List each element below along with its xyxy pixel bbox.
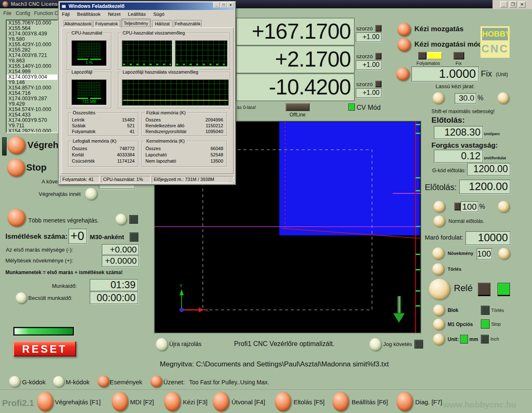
spindle-increment-button[interactable] [432, 247, 444, 259]
job-progress-bar [13, 327, 74, 336]
redraw-button[interactable] [156, 338, 167, 351]
unit-mm-led[interactable] [460, 335, 468, 344]
app-close-button[interactable]: ✕ [518, 1, 526, 8]
tm-resize-grip[interactable] [229, 178, 234, 183]
spindle-rpm-value[interactable]: 10000 [466, 231, 510, 245]
menu-config[interactable]: Config [16, 10, 30, 16]
screen-manual-button[interactable] [164, 392, 180, 411]
screen-diag-button[interactable] [397, 392, 413, 411]
events-button[interactable] [98, 376, 109, 387]
message-button[interactable] [150, 376, 162, 387]
screen-run-button[interactable] [37, 392, 53, 411]
gcodes-button[interactable] [9, 376, 20, 387]
m30-label: M30-anként [90, 233, 124, 240]
block-delete-led[interactable] [481, 306, 490, 315]
relay-button[interactable] [429, 279, 450, 299]
relay-led-on [498, 283, 510, 296]
tm-group-kernel: Kernelmemória (K) Összes66048 Lapozható5… [142, 141, 227, 167]
job-progress-fill [15, 328, 73, 334]
dro-y[interactable]: +2.1700 [236, 46, 355, 73]
offline-button[interactable] [286, 103, 310, 111]
multipass-led [129, 215, 138, 224]
gcode-list[interactable]: X155.706Y-10.000X155.564X174.003Y8.439Y8… [6, 20, 58, 133]
tm-menu-options[interactable]: Beállítások [77, 12, 101, 17]
slow-jog-value[interactable]: 30.0 [455, 93, 476, 104]
feed-override-value[interactable]: 100 [461, 201, 478, 212]
cpu-history-graph-1 [122, 40, 172, 67]
mcodes-button[interactable] [53, 376, 64, 387]
manual-jog-button[interactable] [397, 23, 411, 36]
dro-x[interactable]: +167.1700 [236, 18, 355, 45]
feed-override-minus-button[interactable] [433, 201, 445, 212]
tm-titlebar[interactable]: Windows Feladatkezelő [60, 2, 234, 10]
estimate-button[interactable] [16, 292, 27, 303]
step-size-button[interactable] [396, 67, 409, 81]
jog-mode-label: Kézi mozgatási mód [414, 40, 482, 49]
screen-mdi-button[interactable] [112, 392, 128, 411]
stop-button[interactable] [7, 159, 25, 177]
spindle-increment-plus-button[interactable] [498, 248, 510, 259]
tm-maximize-button[interactable]: □ [220, 2, 227, 8]
first-depth-value[interactable]: +0.000 [102, 244, 139, 255]
message-text: Too Fast for Pulley..Using Max. [189, 379, 269, 386]
tm-tab-applications[interactable]: Alkalmazások [64, 20, 92, 27]
unit-button[interactable] [433, 334, 444, 345]
estimate-label: Becsült munkaidő: [28, 295, 72, 301]
app-minimize-button[interactable]: _ [500, 1, 507, 8]
tm-minimize-button[interactable]: _ [213, 2, 220, 8]
screen-settings-button[interactable] [332, 392, 349, 411]
unit-inch-led[interactable] [481, 335, 489, 344]
screen-offsets-button[interactable] [275, 392, 291, 411]
spindle-increment-value[interactable]: 100 [477, 248, 492, 260]
m1-stop-led[interactable] [481, 319, 490, 329]
multipass-button[interactable] [7, 209, 25, 227]
multipass-small-button[interactable] [116, 214, 126, 225]
screen-toolpath-button[interactable] [213, 392, 229, 411]
multiplier-z-button[interactable] [375, 81, 382, 87]
run-from-here-button[interactable] [85, 188, 97, 200]
continuous-mode-button[interactable] [418, 52, 426, 59]
jog-mode-button[interactable] [397, 38, 411, 52]
m30-led[interactable] [130, 232, 138, 242]
tm-tab-network[interactable]: Hálózat [152, 20, 172, 27]
menu-file[interactable]: File [3, 10, 11, 16]
slow-jog-plus-button[interactable] [498, 92, 509, 104]
gcode-feed-value: 1200.00 [467, 163, 510, 176]
multiplier-y-value[interactable]: +1.00 [356, 60, 382, 70]
step-size-value[interactable]: 1.0000 [411, 67, 479, 82]
gcode-line[interactable]: X154.292Y-10.000 [7, 129, 57, 133]
multiplier-x-button[interactable] [375, 25, 382, 32]
jog-follow-led[interactable] [414, 340, 423, 349]
multiplier-z-value[interactable]: +1.00 [356, 88, 382, 98]
block-button[interactable] [433, 304, 444, 316]
m1-optional-button[interactable] [433, 319, 444, 330]
feed2-value[interactable]: 1200.00 [459, 180, 510, 194]
feed-override-plus-button[interactable] [498, 201, 509, 212]
tm-menu-help[interactable]: Súgó [153, 12, 165, 17]
feed-override-reset-button[interactable] [454, 203, 461, 210]
tm-tab-users[interactable]: Felhasználók [174, 20, 202, 27]
jog-follow-label: Jog követés [383, 341, 412, 347]
app-restore-button[interactable]: ❐ [509, 1, 517, 8]
continuous-active-button[interactable] [427, 52, 442, 59]
spindle-clear-button[interactable] [432, 263, 444, 275]
multiplier-x-value[interactable]: +1.00 [356, 32, 382, 42]
tm-tab-processes[interactable]: Folyamatok [93, 20, 120, 27]
tm-menu-shutdown[interactable]: Leállítás [128, 12, 146, 17]
repeats-value[interactable]: +0 [69, 229, 87, 244]
cv-mode-led[interactable] [348, 104, 355, 111]
tm-menu-file[interactable]: Fájl [62, 12, 70, 17]
execute-button[interactable] [7, 136, 25, 154]
tm-close-button[interactable]: × [227, 2, 234, 8]
slow-jog-minus-button[interactable] [433, 92, 444, 104]
tm-menu-view[interactable]: Nézet [108, 12, 121, 17]
tm-tab-performance[interactable]: Teljesítmény [121, 19, 151, 28]
tm-cpu-title: CPU-használat [70, 30, 103, 35]
fix-mode-button[interactable] [453, 52, 464, 59]
multiplier-y-button[interactable] [375, 53, 382, 59]
reset-button[interactable]: RESET [13, 341, 76, 356]
depth-increment-value[interactable]: +0.0000 [102, 255, 139, 267]
normal-feed-button[interactable] [433, 215, 445, 227]
jog-follow-button[interactable] [369, 338, 381, 351]
dro-z[interactable]: -10.4200 [236, 74, 355, 101]
